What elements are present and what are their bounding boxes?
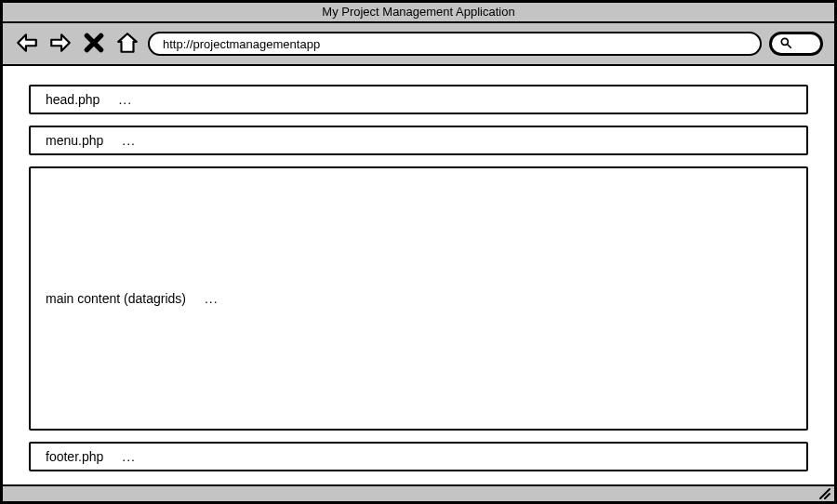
resize-grip-icon <box>817 488 831 503</box>
arrow-left-icon <box>15 31 39 58</box>
search-icon <box>779 36 792 52</box>
ellipsis-icon: ... <box>122 449 136 464</box>
menu-panel: menu.php ... <box>29 126 808 155</box>
page-content: head.php ... menu.php ... main content (… <box>3 66 834 484</box>
back-button[interactable] <box>14 30 40 58</box>
head-panel-label: head.php <box>46 92 100 107</box>
main-panel-label: main content (datagrids) <box>46 291 186 306</box>
menu-panel-label: menu.php <box>46 133 103 148</box>
forward-button[interactable] <box>47 30 73 58</box>
window-title: My Project Management Application <box>322 5 514 19</box>
ellipsis-icon: ... <box>122 133 136 148</box>
url-input[interactable] <box>148 32 762 56</box>
home-icon <box>115 31 140 58</box>
ellipsis-icon: ... <box>118 92 132 107</box>
footer-panel-label: footer.php <box>46 449 103 464</box>
browser-toolbar <box>3 23 834 66</box>
search-button[interactable] <box>769 32 823 56</box>
x-icon <box>82 31 106 58</box>
status-bar <box>3 484 834 501</box>
window-titlebar: My Project Management Application <box>3 3 834 23</box>
home-button[interactable] <box>114 30 140 58</box>
stop-button[interactable] <box>81 30 107 58</box>
head-panel: head.php ... <box>29 85 808 114</box>
resize-handle[interactable] <box>817 487 831 500</box>
ellipsis-icon: ... <box>205 291 219 306</box>
browser-window: My Project Management Application <box>0 0 837 504</box>
arrow-right-icon <box>48 31 73 58</box>
footer-panel: footer.php ... <box>29 442 808 471</box>
main-content-panel: main content (datagrids) ... <box>29 166 808 431</box>
